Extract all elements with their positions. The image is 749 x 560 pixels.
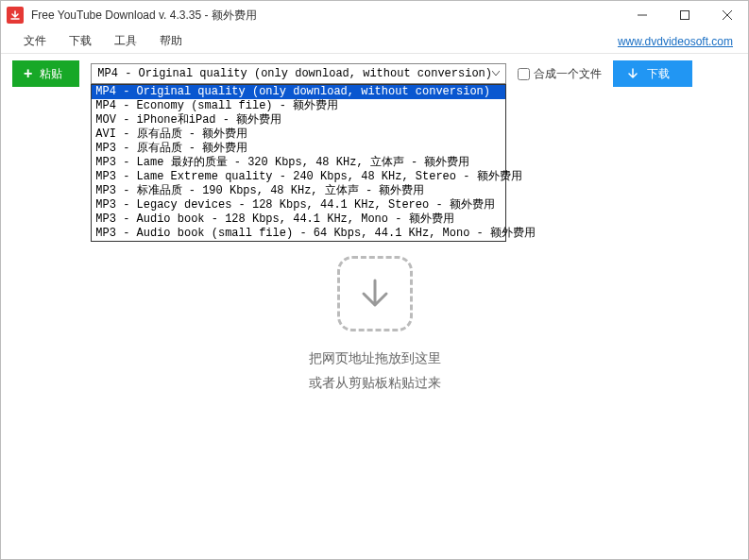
quality-option[interactable]: AVI - 原有品质 - 额外费用 xyxy=(92,127,505,142)
maximize-button[interactable] xyxy=(663,1,706,29)
quality-select-display[interactable]: MP4 - Original quality (only download, w… xyxy=(91,63,506,84)
quality-selected-text: MP4 - Original quality (only download, w… xyxy=(97,67,492,80)
chevron-down-icon xyxy=(492,67,500,80)
arrow-down-icon xyxy=(356,275,394,313)
minimize-button[interactable] xyxy=(621,1,663,29)
quality-option[interactable]: MP3 - Lame 最好的质量 - 320 Kbps, 48 KHz, 立体声… xyxy=(92,156,505,170)
menu-file[interactable]: 文件 xyxy=(12,29,58,53)
download-button[interactable]: 下载 xyxy=(613,60,692,87)
menu-help[interactable]: 帮助 xyxy=(148,29,194,53)
quality-option[interactable]: MP3 - Legacy devices - 128 Kbps, 44.1 KH… xyxy=(92,198,505,212)
quality-option[interactable]: MOV - iPhone和iPad - 额外费用 xyxy=(92,113,505,127)
app-icon xyxy=(7,7,24,24)
quality-option[interactable]: MP3 - 原有品质 - 额外费用 xyxy=(92,142,505,156)
quality-option[interactable]: MP4 - Economy (small file) - 额外费用 xyxy=(92,99,505,113)
toolbar: + 粘贴 MP4 - Original quality (only downlo… xyxy=(1,54,748,93)
quality-select[interactable]: MP4 - Original quality (only download, w… xyxy=(91,63,506,84)
titlebar: Free YouTube Download v. 4.3.35 - 额外费用 xyxy=(1,1,748,29)
quality-option[interactable]: MP4 - Original quality (only download, w… xyxy=(92,85,505,99)
drop-zone-icon xyxy=(337,256,413,331)
vendor-link[interactable]: www.dvdvideosoft.com xyxy=(618,35,737,48)
paste-label: 粘贴 xyxy=(40,66,62,82)
quality-dropdown: MP4 - Original quality (only download, w… xyxy=(91,84,506,242)
merge-label: 合成一个文件 xyxy=(534,66,602,82)
window-controls xyxy=(621,1,748,29)
plus-icon: + xyxy=(24,65,32,82)
menu-download[interactable]: 下载 xyxy=(58,29,103,53)
paste-button[interactable]: + 粘贴 xyxy=(12,60,79,87)
download-label: 下载 xyxy=(647,66,670,82)
menu-tools[interactable]: 工具 xyxy=(103,29,148,53)
quality-option[interactable]: MP3 - 标准品质 - 190 Kbps, 48 KHz, 立体声 - 额外费… xyxy=(92,184,505,198)
drop-line1: 把网页地址拖放到这里 xyxy=(309,347,441,370)
quality-option[interactable]: MP3 - Audio book (small file) - 64 Kbps,… xyxy=(92,227,505,241)
svg-rect-0 xyxy=(680,11,689,20)
merge-checkbox[interactable]: 合成一个文件 xyxy=(518,66,602,82)
drop-line2: 或者从剪贴板粘贴过来 xyxy=(309,371,441,395)
window-title: Free YouTube Download v. 4.3.35 - 额外费用 xyxy=(31,8,621,24)
merge-checkbox-input[interactable] xyxy=(518,68,530,80)
drop-text: 把网页地址拖放到这里 或者从剪贴板粘贴过来 xyxy=(309,347,441,394)
download-icon xyxy=(626,67,639,80)
menubar: 文件 下载 工具 帮助 www.dvdvideosoft.com xyxy=(1,29,748,54)
close-button[interactable] xyxy=(706,1,748,29)
quality-option[interactable]: MP3 - Audio book - 128 Kbps, 44.1 KHz, M… xyxy=(92,212,505,227)
quality-option[interactable]: MP3 - Lame Extreme quality - 240 Kbps, 4… xyxy=(92,170,505,184)
